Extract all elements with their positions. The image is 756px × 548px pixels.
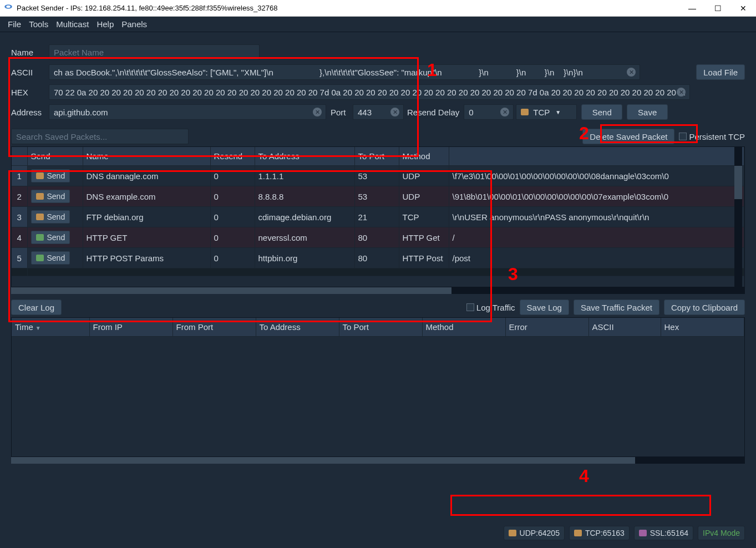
status-tcp[interactable]: TCP:65163 (569, 526, 630, 540)
titlebar: Packet Sender - IPs: 192.168.254.11, fe8… (0, 0, 756, 17)
row-send-button[interactable]: Send (31, 210, 70, 224)
row-name[interactable]: HTTP GET (83, 227, 210, 248)
row-send-button[interactable]: Send (31, 190, 70, 203)
clear-log-button[interactable]: Clear Log (11, 300, 62, 315)
address-input[interactable] (49, 104, 326, 120)
save-traffic-packet-button[interactable]: Save Traffic Packet (574, 300, 659, 315)
row-number: 1 (12, 166, 27, 186)
row-method[interactable]: TCP (399, 207, 449, 227)
send-icon (36, 234, 44, 241)
maximize-button[interactable]: ☐ (705, 0, 730, 17)
col-method[interactable]: Method (399, 147, 449, 166)
log-scrollbar[interactable] (11, 457, 745, 464)
log-col-ascii[interactable]: ASCII (588, 318, 661, 337)
send-button[interactable]: Send (581, 104, 622, 120)
name-input[interactable] (49, 44, 260, 60)
row-method[interactable]: HTTP Post (399, 248, 449, 268)
row-method[interactable]: UDP (399, 166, 449, 186)
save-log-button[interactable]: Save Log (520, 300, 569, 315)
persistent-tcp-checkbox[interactable]: Persistent TCP (679, 132, 745, 141)
search-packets-input[interactable] (11, 129, 189, 144)
row-port[interactable]: 53 (354, 186, 399, 207)
log-toolbar: Clear Log Log Traffic Save Log Save Traf… (7, 300, 749, 315)
copy-clipboard-button[interactable]: Copy to Clipboard (664, 300, 745, 315)
row-port[interactable]: 80 (354, 227, 399, 248)
hex-clear-icon[interactable]: ✕ (677, 88, 686, 97)
row-resend[interactable]: 0 (210, 166, 255, 186)
packets-scrollbar[interactable] (11, 287, 745, 294)
row-addr[interactable]: 8.8.8.8 (255, 186, 354, 207)
log-col-fromip[interactable]: From IP (89, 318, 172, 337)
row-data[interactable]: \91\8b\01\00\00\01\00\00\00\00\00\00\07e… (449, 186, 744, 207)
col-toaddr[interactable]: To Address (255, 147, 354, 166)
status-ipv4-mode[interactable]: IPv4 Mode (698, 526, 745, 540)
menu-panels[interactable]: Panels (118, 17, 150, 31)
status-ssl[interactable]: SSL:65164 (634, 526, 693, 540)
save-button[interactable]: Save (627, 104, 668, 120)
row-addr[interactable]: cdimage.debian.org (255, 207, 354, 227)
row-name[interactable]: FTP debian.org (83, 207, 210, 227)
row-addr[interactable]: neverssl.com (255, 227, 354, 248)
row-resend[interactable]: 0 (210, 207, 255, 227)
row-port[interactable]: 53 (354, 166, 399, 186)
status-udp[interactable]: UDP:64205 (504, 526, 565, 540)
ascii-input[interactable] (49, 64, 640, 80)
row-resend[interactable]: 0 (210, 248, 255, 268)
log-col-error[interactable]: Error (505, 318, 588, 337)
log-traffic-checkbox[interactable]: Log Traffic (466, 303, 515, 312)
col-resend[interactable]: Resend (210, 147, 255, 166)
row-data[interactable]: \r\nUSER anonymous\r\nPASS anonymous\r\n… (449, 207, 744, 227)
col-toport[interactable]: To Port (354, 147, 399, 166)
log-col-toaddr[interactable]: To Address (256, 318, 339, 337)
address-clear-icon[interactable]: ✕ (313, 108, 322, 116)
row-name[interactable]: DNS example.com (83, 186, 210, 207)
row-number: 4 (12, 227, 27, 248)
row-data[interactable]: \f7\e3\01\00\00\01\00\00\00\00\00\00\08d… (449, 166, 744, 186)
row-send-button[interactable]: Send (31, 231, 70, 244)
row-addr[interactable]: 1.1.1.1 (255, 166, 354, 186)
send-icon (36, 255, 44, 261)
row-name[interactable]: HTTP POST Params (83, 248, 210, 268)
delete-packet-button[interactable]: Delete Saved Packet (582, 129, 674, 144)
protocol-value: TCP (533, 108, 550, 117)
row-send-button[interactable]: Send (31, 169, 70, 182)
menu-help[interactable]: Help (93, 17, 117, 31)
row-resend[interactable]: 0 (210, 186, 255, 207)
send-cell: Send (27, 166, 83, 186)
row-addr[interactable]: httpbin.org (255, 248, 354, 268)
minimize-button[interactable]: — (679, 0, 705, 17)
ascii-clear-icon[interactable]: ✕ (627, 68, 636, 77)
row-method[interactable]: HTTP Get (399, 227, 449, 248)
packet-form: Name ASCII ✕ Load File HEX ✕ Address ✕ P (7, 40, 749, 126)
hex-input[interactable] (49, 84, 690, 100)
row-number: 2 (12, 186, 27, 207)
col-send[interactable]: Send (27, 147, 83, 166)
menu-file[interactable]: File (4, 17, 24, 31)
svg-point-0 (6, 5, 11, 8)
col-name[interactable]: Name (83, 147, 210, 166)
statusbar: UDP:64205 TCP:65163 SSL:65164 IPv4 Mode (504, 526, 745, 540)
close-button[interactable]: ✕ (730, 0, 756, 17)
log-col-toport[interactable]: To Port (339, 318, 422, 337)
protocol-select[interactable]: TCP ▼ (516, 104, 577, 120)
row-resend[interactable]: 0 (210, 227, 255, 248)
row-name[interactable]: DNS dannagle.com (83, 166, 210, 186)
row-port[interactable]: 80 (354, 248, 399, 268)
send-cell: Send (27, 207, 83, 227)
row-port[interactable]: 21 (354, 207, 399, 227)
tcp-icon (574, 530, 582, 536)
log-col-method[interactable]: Method (422, 318, 505, 337)
row-data[interactable]: / (449, 227, 744, 248)
row-data[interactable]: /post (449, 248, 744, 268)
menu-multicast[interactable]: Multicast (53, 17, 92, 31)
log-col-fromport[interactable]: From Port (172, 318, 256, 337)
col-data[interactable] (449, 147, 744, 166)
log-col-time[interactable]: Time▼ (12, 318, 89, 337)
annotation-4: 4 (579, 466, 589, 486)
port-clear-icon[interactable]: ✕ (390, 108, 399, 116)
log-col-hex[interactable]: Hex (661, 318, 744, 337)
row-send-button[interactable]: Send (31, 251, 70, 265)
menu-tools[interactable]: Tools (26, 17, 52, 31)
row-method[interactable]: UDP (399, 186, 449, 207)
load-file-button[interactable]: Load File (696, 64, 745, 80)
